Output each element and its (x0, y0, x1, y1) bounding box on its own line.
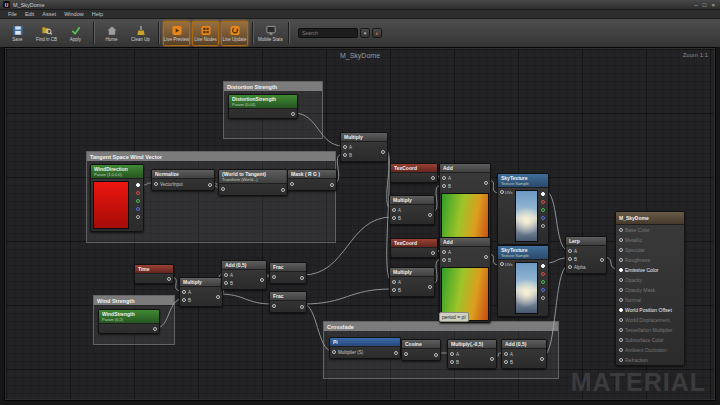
pin[interactable] (224, 273, 228, 277)
node-material-output[interactable]: M_SkyDomeBase ColorMetallicSpecularRough… (615, 211, 685, 366)
pin[interactable] (182, 290, 186, 294)
node-skytexture-bottom[interactable]: SkyTextureTexture SampleUVs (497, 245, 549, 317)
pin[interactable] (450, 352, 454, 356)
pin[interactable] (381, 150, 385, 154)
node-multiply-distortion[interactable]: MultiplyAB (340, 132, 388, 162)
node-pi[interactable]: PiMultiplier (S) (329, 337, 401, 359)
node-cosine[interactable]: Cosine (401, 339, 441, 361)
node-multiply-time[interactable]: MultiplyAB (179, 277, 223, 307)
pin[interactable] (428, 213, 432, 217)
pin[interactable] (500, 262, 504, 266)
graph-canvas[interactable]: Distortion StrengthTangent Space Wind Ve… (6, 49, 714, 399)
node-frac-top[interactable]: Frac (269, 262, 307, 284)
pin[interactable] (272, 275, 276, 279)
pin[interactable] (392, 216, 396, 220)
pin[interactable] (600, 258, 604, 262)
maximize-button[interactable]: □ (703, 2, 707, 8)
apply-button[interactable]: Apply (62, 21, 89, 46)
pin[interactable] (541, 192, 545, 196)
pin[interactable] (541, 200, 545, 204)
menu-window[interactable]: Window (60, 11, 88, 17)
pin[interactable] (136, 191, 140, 195)
node-multiply-pan-bottom[interactable]: MultiplyAB (389, 267, 435, 297)
node-texcoord-top[interactable]: TexCoord (390, 163, 438, 183)
pin[interactable] (221, 187, 225, 191)
search-options-icon[interactable]: ⌕ (372, 28, 382, 38)
live-nodes-button[interactable]: Live Nodes (192, 21, 219, 46)
pin[interactable] (224, 281, 228, 285)
pin[interactable] (500, 190, 504, 194)
pin[interactable] (167, 277, 171, 281)
pin[interactable] (619, 288, 623, 292)
clean-up-button[interactable]: Clean Up (127, 21, 154, 46)
pin[interactable] (136, 207, 140, 211)
pin[interactable] (541, 208, 545, 212)
pin[interactable] (619, 258, 623, 262)
node-add-half-crossfade[interactable]: Add (0,5)AB (501, 339, 547, 369)
pin[interactable] (619, 248, 623, 252)
node-add-uv-bottom[interactable]: AddAB (439, 237, 491, 323)
live-update-button[interactable]: Live Update (221, 21, 248, 46)
pin[interactable] (619, 228, 623, 232)
pin[interactable] (442, 184, 446, 188)
pin[interactable] (504, 352, 508, 356)
pin[interactable] (290, 182, 294, 186)
pin[interactable] (541, 216, 545, 220)
node-skytexture-top[interactable]: SkyTextureTexture SampleUVs (497, 173, 549, 245)
node-normalize[interactable]: NormalizeVectorInput (151, 169, 215, 191)
minimize-button[interactable]: – (695, 2, 698, 8)
menu-edit[interactable]: Edit (21, 11, 38, 17)
pin[interactable] (541, 272, 545, 276)
pin[interactable] (281, 188, 285, 192)
pin[interactable] (619, 268, 623, 272)
pin[interactable] (291, 112, 295, 116)
pin[interactable] (541, 280, 545, 284)
pin[interactable] (541, 264, 545, 268)
pin[interactable] (490, 357, 494, 361)
node-time[interactable]: Time (134, 264, 174, 284)
node-add-half[interactable]: Add (0,5)AB (221, 260, 267, 290)
pin[interactable] (392, 208, 396, 212)
menu-help[interactable]: Help (88, 11, 107, 17)
pin[interactable] (442, 258, 446, 262)
save-button[interactable]: Save (4, 21, 31, 46)
pin[interactable] (540, 357, 544, 361)
pin[interactable] (431, 176, 435, 180)
pin[interactable] (154, 182, 158, 186)
pin[interactable] (392, 288, 396, 292)
node-multiply-pan-top[interactable]: MultiplyAB (389, 195, 435, 225)
pin[interactable] (619, 358, 623, 362)
pin[interactable] (541, 296, 545, 300)
search-input[interactable] (298, 28, 358, 38)
pin[interactable] (541, 288, 545, 292)
pin[interactable] (343, 145, 347, 149)
pin[interactable] (300, 276, 304, 280)
node-winddirection-param[interactable]: WindDirectionParam (1,0,0,0) (90, 164, 144, 232)
pin[interactable] (260, 278, 264, 282)
pin[interactable] (332, 350, 336, 354)
pin[interactable] (216, 295, 220, 299)
pin[interactable] (330, 183, 334, 187)
menu-asset[interactable]: Asset (38, 11, 60, 17)
pin[interactable] (541, 224, 545, 228)
pin[interactable] (392, 280, 396, 284)
pin[interactable] (442, 176, 446, 180)
pin[interactable] (619, 338, 623, 342)
pin[interactable] (568, 257, 572, 261)
node-world-to-tangent[interactable]: (World to Tangent)Transform (World...) (218, 169, 288, 196)
pin[interactable] (619, 308, 623, 312)
pin[interactable] (619, 238, 623, 242)
find-in-cb-button[interactable]: Find in CB (33, 21, 60, 46)
pin[interactable] (343, 153, 347, 157)
pin[interactable] (619, 348, 623, 352)
pin[interactable] (431, 251, 435, 255)
node-texcoord-bottom[interactable]: TexCoord (390, 238, 438, 258)
node-frac-bottom[interactable]: Frac (269, 291, 307, 313)
pin[interactable] (568, 265, 572, 269)
menu-file[interactable]: File (4, 11, 21, 17)
close-button[interactable]: × (711, 2, 715, 8)
pin[interactable] (153, 327, 157, 331)
node-distortionstrength-param[interactable]: DistortionStrengthParam (0,04) (228, 94, 298, 119)
mobile-stats-button[interactable]: Mobile Stats (257, 21, 284, 46)
pin[interactable] (619, 328, 623, 332)
